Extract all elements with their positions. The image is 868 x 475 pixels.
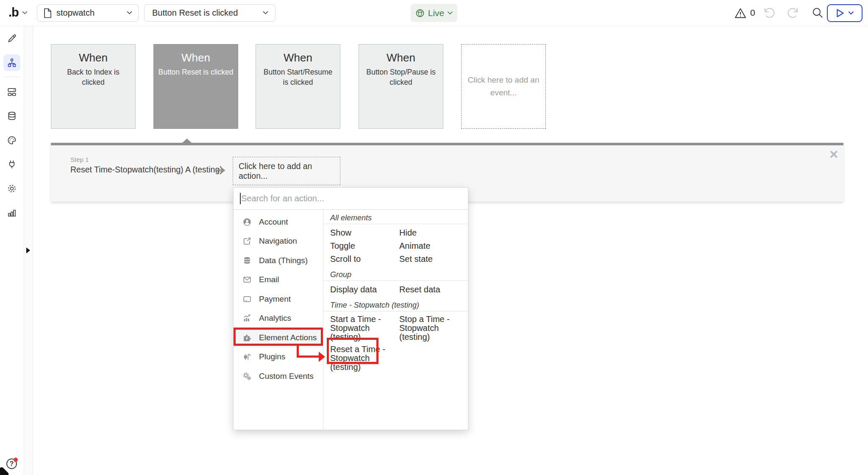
issue-count: 0 <box>750 8 755 18</box>
palette-icon <box>6 135 17 146</box>
text-caret <box>240 193 241 204</box>
action-group-header: Group <box>323 267 468 281</box>
plug-icon <box>6 159 17 170</box>
action-item[interactable]: Toggle <box>330 239 399 253</box>
sidebar-item-plugins[interactable] <box>3 156 20 173</box>
navigation-icon <box>242 236 252 246</box>
top-toolbar: .b stopwatch Button Reset is clicked Liv… <box>0 0 868 26</box>
sidebar-divider <box>4 77 19 77</box>
analytics-icon <box>242 314 252 323</box>
action-item[interactable]: Hide <box>399 226 468 239</box>
page-icon <box>43 8 52 18</box>
expand-panel-handle[interactable] <box>26 247 30 253</box>
action-item-reset-stopwatch[interactable]: Reset a Time - Stopwatch (testing) <box>330 344 399 374</box>
envelope-icon <box>242 275 252 284</box>
environment-label: Live <box>428 8 445 18</box>
action-item[interactable]: Reset data <box>399 283 468 296</box>
action-item[interactable]: Stop a Time - Stopwatch (testing) <box>399 314 468 344</box>
event-card-subtitle: Button Reset is clicked <box>158 67 234 77</box>
sidebar-item-settings[interactable] <box>3 180 20 197</box>
notification-dot <box>14 458 18 462</box>
workflow-icon <box>6 57 17 68</box>
event-card[interactable]: When Button Start/Resume is clicked <box>256 44 340 129</box>
category-account[interactable]: Account <box>234 212 323 232</box>
preview-run-button[interactable] <box>827 4 862 22</box>
action-category-list: Account Navigation Data (Things) Email P… <box>234 210 323 431</box>
chevron-down-icon <box>448 11 453 15</box>
account-icon <box>242 217 252 227</box>
action-group-header: All elements <box>323 210 468 224</box>
event-card-title: When <box>363 51 439 64</box>
event-card-subtitle: Back to Index is clicked <box>56 67 131 87</box>
issues-warning-icon[interactable] <box>734 8 746 19</box>
event-card-subtitle: Button Start/Resume is clicked <box>260 67 336 87</box>
action-item[interactable]: Set state <box>399 253 468 266</box>
step-number-label: Step 1 <box>70 156 89 163</box>
action-picker-menu: Account Navigation Data (Things) Email P… <box>233 187 468 430</box>
bubble-logo[interactable]: .b <box>8 6 19 19</box>
add-event-placeholder[interactable]: Click here to add an event... <box>461 44 546 129</box>
sidebar-item-components[interactable] <box>3 83 20 100</box>
category-navigation[interactable]: Navigation <box>234 232 323 251</box>
action-item[interactable]: Display data <box>330 283 399 296</box>
action-item[interactable]: Scroll to <box>330 253 399 266</box>
event-card-title: When <box>260 51 336 64</box>
bubble-workflow-editor: .b stopwatch Button Reset is clicked Liv… <box>0 0 868 475</box>
plug-icon <box>242 352 252 361</box>
help-button[interactable]: ? <box>6 458 17 469</box>
globe-icon <box>415 8 425 18</box>
chevron-down-icon <box>127 11 132 15</box>
gears-icon <box>242 372 252 381</box>
panel-top-bar <box>51 143 843 145</box>
page-selector-dropdown[interactable]: stopwatch <box>37 4 139 22</box>
chevron-down-icon <box>849 11 854 15</box>
chevron-down-icon[interactable] <box>22 11 28 15</box>
arrow-right-icon <box>215 166 227 175</box>
puzzle-bolt-icon <box>242 333 252 342</box>
action-search-input[interactable] <box>234 188 468 209</box>
event-card-selected[interactable]: When Button Reset is clicked <box>153 44 238 129</box>
pencil-icon <box>6 33 17 44</box>
action-item[interactable]: Animate <box>399 239 468 253</box>
panel-pointer <box>182 139 192 143</box>
category-payment[interactable]: Payment <box>234 289 323 309</box>
action-list: All elements Show Hide Toggle Animate Sc… <box>323 210 468 431</box>
editor-sidebar: ? <box>0 26 24 475</box>
chevron-down-icon <box>263 11 268 15</box>
play-icon <box>836 8 844 18</box>
close-icon[interactable]: ✕ <box>829 148 839 161</box>
page-selector-value: stopwatch <box>56 8 127 18</box>
category-email[interactable]: Email <box>234 270 323 290</box>
database-icon <box>242 256 252 265</box>
event-card-title: When <box>56 51 131 64</box>
workflow-selector-dropdown[interactable]: Button Reset is clicked <box>144 4 275 22</box>
sidebar-item-workflow[interactable] <box>3 54 20 71</box>
sidebar-item-logs[interactable] <box>3 204 20 221</box>
category-custom-events[interactable]: Custom Events <box>234 367 323 386</box>
action-group-header: Time - Stopwatch (testing) <box>323 297 468 311</box>
category-data-things[interactable]: Data (Things) <box>234 251 323 270</box>
category-analytics[interactable]: Analytics <box>234 309 323 328</box>
action-item[interactable]: Show <box>330 226 399 239</box>
event-card[interactable]: When Back to Index is clicked <box>51 44 136 129</box>
event-card[interactable]: When Button Stop/Pause is clicked <box>359 44 443 129</box>
database-icon <box>6 111 17 122</box>
gear-icon <box>6 183 17 194</box>
add-action-placeholder[interactable]: Click here to add an action... <box>233 157 340 185</box>
action-search <box>234 188 468 210</box>
undo-icon[interactable] <box>762 7 775 19</box>
environment-badge[interactable]: Live <box>411 4 457 22</box>
search-icon[interactable] <box>812 7 823 19</box>
bar-chart-icon <box>6 207 17 218</box>
sidebar-item-data[interactable] <box>3 108 20 125</box>
components-icon <box>6 86 17 97</box>
category-element-actions[interactable]: Element Actions <box>234 328 323 347</box>
event-card-title: When <box>158 51 234 64</box>
sidebar-item-design[interactable] <box>3 30 20 47</box>
credit-card-icon <box>242 294 252 304</box>
sidebar-item-styles[interactable] <box>3 132 20 149</box>
redo-icon[interactable] <box>787 7 800 19</box>
step-title[interactable]: Reset Time-Stopwatch(testing) A (testing… <box>70 165 223 175</box>
action-item[interactable]: Start a Time - Stopwatch (testing) <box>330 314 399 344</box>
category-plugins[interactable]: Plugins <box>234 347 323 367</box>
